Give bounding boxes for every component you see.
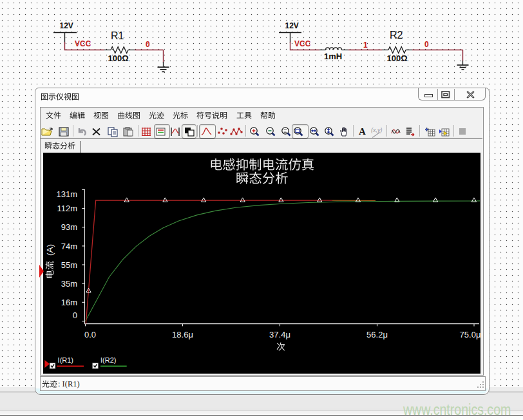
svg-text:I(R2): I(R2) (100, 356, 116, 364)
svg-text:I(R1): I(R1) (58, 356, 73, 364)
